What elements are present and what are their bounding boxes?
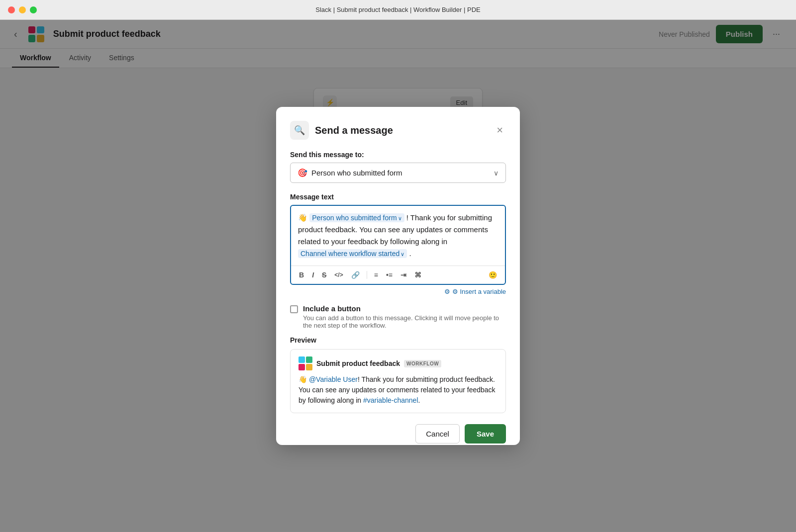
code-button[interactable]: </>: [331, 269, 346, 280]
include-button-text-block: Include a button You can add a button to…: [303, 304, 506, 329]
variable-tag-channel[interactable]: Channel where workflow started∨: [298, 249, 407, 258]
message-editor[interactable]: 👋 Person who submitted form∨ ! Thank you…: [290, 205, 506, 285]
include-button-description: You can add a button to this message. Cl…: [303, 314, 506, 329]
minimize-button[interactable]: [19, 6, 26, 13]
title-bar: Slack | Submit product feedback | Workfl…: [0, 0, 796, 20]
format-button[interactable]: ⌘: [411, 269, 424, 281]
variable-icon: ⚙: [444, 288, 450, 295]
wave-emoji: 👋: [298, 213, 309, 222]
traffic-lights: [8, 6, 37, 13]
preview-header: Submit product feedback WORKFLOW: [298, 356, 498, 370]
cancel-button[interactable]: Cancel: [415, 424, 460, 443]
bold-button[interactable]: B: [296, 269, 307, 281]
send-message-modal: 🔍 Send a message × Send this message to:…: [276, 107, 520, 445]
indent-button[interactable]: ⇥: [398, 269, 409, 281]
link-button[interactable]: 🔗: [348, 269, 363, 281]
preview-label: Preview: [290, 336, 506, 344]
insert-variable-label: ⚙ Insert a variable: [452, 288, 506, 295]
close-button[interactable]: [8, 6, 15, 13]
italic-button[interactable]: I: [309, 269, 317, 281]
preview-workflow-badge: WORKFLOW: [404, 360, 441, 367]
include-button-row: Include a button You can add a button to…: [290, 304, 506, 329]
preview-variable-user: @Variable User: [309, 375, 358, 383]
editor-toolbar: B I S </> 🔗 ≡ •≡ ⇥ ⌘ 🙂: [291, 266, 505, 284]
toolbar-right: 🙂: [486, 269, 500, 281]
include-button-label: Include a button: [303, 304, 506, 313]
message-text-2: .: [407, 249, 411, 258]
bullet-list-button[interactable]: •≡: [383, 269, 396, 281]
message-content[interactable]: 👋 Person who submitted form∨ ! Thank you…: [291, 206, 505, 266]
recipient-text: Person who submitted form: [311, 169, 490, 177]
preview-text-end: .: [418, 396, 420, 404]
preview-logo-red: [298, 364, 305, 370]
insert-variable-button[interactable]: ⚙ ⚙ Insert a variable: [444, 288, 506, 295]
modal-close-button[interactable]: ×: [494, 124, 506, 137]
variable-tag-person[interactable]: Person who submitted form∨: [309, 213, 404, 222]
recipient-dropdown[interactable]: 🎯 Person who submitted form ∨: [290, 163, 506, 183]
preview-logo-green: [306, 356, 312, 363]
modal-overlay: 🔍 Send a message × Send this message to:…: [0, 20, 796, 532]
send-to-label: Send this message to:: [290, 151, 506, 159]
strikethrough-button[interactable]: S: [319, 269, 329, 281]
preview-text: 👋 @Variable User! Thank you for submitti…: [298, 374, 498, 406]
insert-variable-row: ⚙ ⚙ Insert a variable: [290, 288, 506, 295]
recipient-icon: 🎯: [298, 168, 307, 177]
preview-card: Submit product feedback WORKFLOW 👋 @Vari…: [290, 349, 506, 413]
toolbar-separator-1: [367, 271, 367, 279]
message-text-label: Message text: [290, 193, 506, 201]
preview-app-logo: [298, 356, 312, 370]
dropdown-arrow-icon: ∨: [494, 169, 498, 177]
maximize-button[interactable]: [30, 6, 37, 13]
app-container: ‹ Submit product feedback Never Publishe…: [0, 20, 796, 532]
modal-search-icon: 🔍: [290, 121, 309, 140]
include-button-checkbox[interactable]: [290, 305, 298, 313]
emoji-button[interactable]: 🙂: [486, 269, 500, 281]
preview-variable-channel: #variable-channel: [363, 396, 418, 404]
save-button[interactable]: Save: [465, 424, 506, 443]
preview-section: Preview Submit product feedback WORKFLOW: [290, 336, 506, 413]
modal-title: Send a message: [315, 125, 488, 136]
ordered-list-button[interactable]: ≡: [371, 269, 381, 281]
preview-app-name: Submit product feedback: [316, 359, 400, 367]
preview-logo-yellow: [306, 364, 312, 370]
modal-footer: Cancel Save: [290, 424, 506, 443]
modal-header: 🔍 Send a message ×: [290, 121, 506, 140]
preview-logo-blue: [298, 356, 305, 363]
preview-wave-emoji: 👋: [298, 375, 309, 383]
window-title: Slack | Submit product feedback | Workfl…: [315, 6, 480, 13]
